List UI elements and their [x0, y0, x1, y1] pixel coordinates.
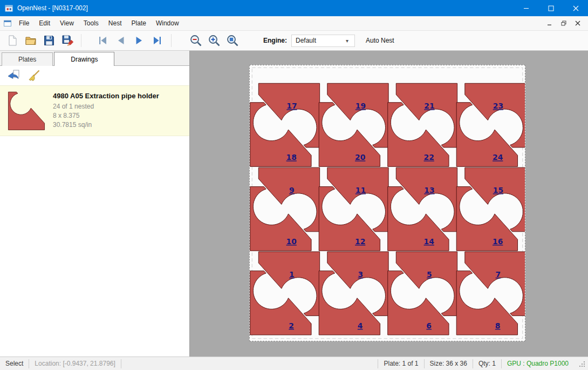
toolbar-separator [171, 34, 172, 47]
drawing-nested-count: 24 of 1 nested [53, 102, 159, 111]
nest-plate[interactable]: 171819202122232491011121314151612345678 [249, 65, 525, 341]
new-file-icon [6, 34, 19, 47]
part-number: 10 [286, 237, 297, 246]
left-panel: Plates Drawings 4980 A05 E [0, 51, 190, 356]
save-button[interactable] [40, 32, 58, 49]
maximize-icon [548, 5, 554, 11]
status-gpu: GPU : Quadro P1000 [502, 360, 574, 367]
zoom-out-icon [189, 33, 203, 48]
clear-button[interactable] [26, 68, 42, 83]
tabstrip: Plates Drawings [0, 51, 189, 66]
part-number: 21 [424, 102, 434, 110]
open-button[interactable] [22, 32, 40, 49]
minimize-button[interactable] [514, 0, 538, 16]
part-number: 3 [358, 270, 364, 279]
zoom-fit-icon [225, 33, 240, 48]
save-as-button[interactable] [58, 32, 77, 49]
mdi-close-icon [575, 21, 580, 26]
part-number: 14 [424, 237, 435, 246]
menu-item-nest[interactable]: Nest [104, 16, 127, 30]
status-size: Size: 36 x 36 [425, 360, 473, 367]
nest-canvas[interactable]: 171819202122232491011121314151612345678 [190, 51, 588, 356]
resize-grip[interactable] [579, 361, 586, 368]
part-number: 16 [493, 237, 503, 246]
toolbar-separator [81, 34, 81, 47]
drawings-toolbar [0, 66, 189, 85]
part-number: 12 [355, 237, 365, 246]
status-qty: Qty: 1 [473, 360, 501, 367]
close-icon [573, 5, 579, 11]
menu-item-edit[interactable]: Edit [34, 16, 55, 30]
window-title: OpenNest - [N0317-002] [17, 4, 514, 12]
first-plate-button[interactable] [93, 32, 112, 49]
first-arrow-icon [96, 34, 109, 47]
tab-drawings[interactable]: Drawings [54, 52, 114, 66]
toolbar: Engine: Default ▾ Auto Nest [0, 31, 588, 51]
auto-nest-button[interactable]: Auto Nest [366, 37, 394, 44]
last-arrow-icon [151, 34, 164, 47]
part-number: 4 [358, 321, 363, 330]
menu-item-file[interactable]: File [14, 16, 34, 30]
last-plate-button[interactable] [148, 32, 167, 49]
part-number: 6 [426, 321, 432, 330]
broom-icon [28, 69, 40, 82]
zoom-fit-button[interactable] [223, 32, 242, 49]
open-folder-icon [24, 34, 37, 47]
save-edit-icon [61, 34, 74, 47]
prev-plate-button[interactable] [112, 32, 130, 49]
zoom-out-button[interactable] [187, 32, 205, 49]
return-arrow-icon [6, 69, 20, 82]
part-number: 18 [286, 153, 297, 162]
save-icon [43, 34, 56, 47]
part-number: 19 [355, 102, 366, 110]
prev-arrow-icon [114, 34, 127, 47]
part-number: 13 [424, 186, 434, 194]
menu-item-window[interactable]: Window [151, 16, 184, 30]
tab-plates[interactable]: Plates [2, 52, 53, 66]
drawing-area: 30.7815 sq/in [53, 120, 159, 130]
main-area: Plates Drawings 4980 A05 E [0, 51, 588, 356]
menubar: File Edit View Tools Nest Plate Window [0, 16, 588, 31]
close-button[interactable] [563, 0, 588, 16]
minimize-icon [523, 5, 529, 11]
engine-label: Engine: [263, 37, 287, 44]
part-number: 2 [289, 321, 294, 330]
menu-item-view[interactable]: View [55, 16, 79, 30]
part-number: 1 [289, 270, 295, 279]
part-number: 15 [493, 186, 503, 194]
menu-item-plate[interactable]: Plate [127, 16, 151, 30]
statusbar: Select Location: [-0.9437, 21.8796] Plat… [0, 356, 588, 370]
engine-select[interactable]: Default ▾ [291, 35, 355, 47]
drawing-list-item[interactable]: 4980 A05 Extraction pipe holder 24 of 1 … [0, 85, 189, 136]
mdi-close-button[interactable] [571, 17, 585, 29]
statusbar-separator [121, 359, 121, 368]
part-number: 23 [493, 102, 503, 110]
chevron-down-icon: ▾ [346, 38, 354, 44]
part-number: 5 [427, 270, 432, 279]
part-number: 17 [286, 102, 297, 110]
mdi-minimize-button[interactable] [543, 17, 557, 29]
part-number: 9 [289, 186, 295, 194]
status-plate: Plate: 1 of 1 [378, 360, 423, 367]
next-arrow-icon [133, 34, 146, 47]
part-number: 7 [496, 270, 501, 279]
zoom-in-button[interactable] [205, 32, 223, 49]
new-file-button[interactable] [3, 32, 22, 49]
part-number: 11 [355, 186, 366, 194]
menu-item-tools[interactable]: Tools [79, 16, 104, 30]
next-plate-button[interactable] [130, 32, 148, 49]
maximize-button[interactable] [538, 0, 563, 16]
mdi-restore-button[interactable] [557, 17, 571, 29]
status-mode: Select [0, 360, 29, 367]
part-number: 20 [355, 153, 365, 162]
part-number: 22 [424, 153, 434, 162]
drawing-meta: 4980 A05 Extraction pipe holder 24 of 1 … [53, 90, 159, 131]
move-to-plate-button[interactable] [5, 68, 22, 83]
mdi-minimize-icon [547, 21, 552, 26]
engine-value: Default [292, 37, 346, 44]
app-icon [5, 4, 13, 12]
part-number: 24 [493, 153, 503, 162]
drawing-size: 8 x 8.375 [53, 111, 159, 120]
mdi-child-icon [3, 19, 12, 28]
titlebar: OpenNest - [N0317-002] [0, 0, 588, 16]
